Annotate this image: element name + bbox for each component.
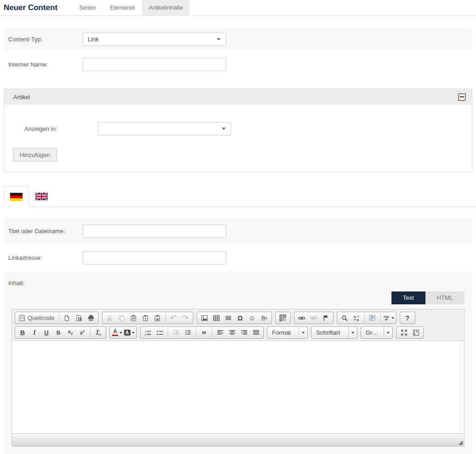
paste-button[interactable] (128, 313, 140, 323)
align-center-button[interactable] (226, 327, 238, 338)
unlink-button[interactable] (308, 313, 320, 323)
toolbar-separator (196, 328, 196, 337)
question-mark-icon: ? (405, 314, 409, 321)
cut-button[interactable] (104, 313, 116, 323)
indent-button[interactable] (182, 327, 194, 338)
anchor-button[interactable] (320, 313, 332, 323)
unordered-list-button[interactable] (154, 327, 166, 338)
italic-button[interactable]: I (28, 327, 40, 338)
maximize-icon (401, 330, 407, 336)
source-button-label: Quellcode (28, 314, 55, 321)
maximize-button[interactable] (398, 327, 410, 338)
collapse-minus-icon[interactable] (459, 94, 465, 101)
tab-elemente[interactable]: Elemente (103, 0, 142, 15)
content-editor-section: Inhalt: Text HTML QuellcodeTW↶↷Ω☺baABC?B… (4, 272, 472, 454)
preview-button[interactable] (73, 313, 85, 323)
spellcheck-button[interactable]: ABC (383, 313, 395, 323)
smiley-icon: ☺ (249, 314, 255, 321)
qr-code-icon (279, 314, 286, 321)
image-icon (201, 315, 208, 321)
underline-icon: U (44, 330, 48, 336)
toolbar-separator (165, 314, 166, 322)
align-left-icon (217, 330, 223, 335)
page-break-button[interactable] (258, 313, 270, 323)
content-type-value: Link (88, 36, 99, 43)
blockquote-button[interactable]: ” (198, 327, 210, 338)
remove-format-icon: Tx (96, 329, 101, 336)
tab-seiten[interactable]: Seiten (72, 0, 103, 15)
select-all-button[interactable] (367, 313, 379, 323)
strikethrough-button[interactable]: S (52, 327, 64, 338)
qr-code-button[interactable] (277, 313, 289, 323)
undo-button[interactable]: ↶ (168, 313, 180, 323)
link-button[interactable] (296, 313, 308, 323)
toolbar-group: baABC (337, 312, 397, 324)
paste-text-button[interactable]: T (140, 313, 152, 323)
format-dropdown[interactable]: Format (267, 326, 308, 339)
outdent-icon (173, 330, 179, 336)
page-header: Neuer Content Seiten Elemente Artikelinh… (0, 0, 476, 16)
size-dropdown[interactable]: Gr… (361, 326, 393, 339)
bg-color-button[interactable]: A (123, 327, 135, 338)
link-address-input[interactable] (83, 251, 226, 264)
replace-button[interactable]: ba (351, 313, 363, 323)
special-char-button[interactable]: Ω (234, 313, 246, 323)
mode-text-button[interactable]: Text (391, 291, 425, 304)
strikethrough-icon: S (57, 330, 61, 336)
resize-handle-icon[interactable] (459, 441, 463, 445)
copy-button[interactable] (116, 313, 128, 323)
content-type-row: Content-Typ: Link (4, 28, 472, 50)
font-dropdown[interactable]: Schriftart (311, 326, 357, 339)
image-button[interactable] (198, 313, 210, 323)
horizontal-rule-button[interactable] (222, 313, 234, 323)
subscript-button[interactable]: x2 (64, 327, 76, 338)
blockquote-icon: ” (202, 329, 206, 336)
show-in-select[interactable] (98, 122, 231, 135)
hinzufuegen-button[interactable]: Hinzufügen (13, 148, 57, 162)
show-blocks-button[interactable] (410, 327, 422, 338)
tab-artikelinhalte[interactable]: Artikelinhalte (142, 0, 190, 15)
paste-word-button[interactable]: W (152, 313, 164, 323)
paste-text-icon: T (142, 315, 148, 321)
align-left-button[interactable] (214, 327, 226, 338)
show-in-label: Anzeigen in: (4, 125, 98, 132)
new-page-button[interactable] (61, 313, 73, 323)
underline-button[interactable]: U (40, 327, 52, 338)
editor-scrollbar[interactable] (459, 341, 464, 433)
replace-icon: ba (353, 315, 360, 321)
find-button[interactable] (339, 313, 351, 323)
svg-text:a: a (357, 318, 359, 321)
language-tab-german[interactable] (4, 186, 29, 207)
redo-button[interactable]: ↷ (180, 313, 192, 323)
horizontal-rule-icon (225, 316, 232, 320)
language-tab-english[interactable] (29, 186, 54, 207)
internal-name-input[interactable] (83, 58, 226, 71)
source-button[interactable]: Quellcode (17, 313, 57, 323)
outdent-button[interactable] (170, 327, 182, 338)
mode-html-button[interactable]: HTML (425, 291, 465, 304)
paste-icon (130, 315, 136, 321)
print-button[interactable] (85, 313, 97, 323)
align-right-button[interactable] (238, 327, 250, 338)
title-row: Titel oder Dateiname: (4, 218, 472, 244)
toolbar-group: TW↶↷ (102, 312, 193, 324)
toolbar-group (396, 326, 424, 339)
ordered-list-button[interactable]: 12 (142, 327, 154, 338)
smiley-button[interactable]: ☺ (246, 313, 258, 323)
chevron-down-icon (348, 327, 357, 338)
content-type-select[interactable]: Link (83, 33, 226, 46)
link-icon (298, 316, 305, 320)
undo-icon: ↶ (170, 314, 176, 322)
about-button[interactable]: ? (402, 313, 414, 323)
chevron-down-icon (217, 38, 221, 42)
table-button[interactable] (210, 313, 222, 323)
bold-button[interactable]: B (17, 327, 28, 338)
editor-content-area[interactable] (12, 341, 464, 433)
remove-format-button[interactable]: Tx (92, 327, 104, 338)
link-row: Linkadresse: (4, 244, 472, 272)
align-justify-button[interactable] (250, 327, 262, 338)
superscript-button[interactable]: x2 (76, 327, 88, 338)
artikel-panel-header: Artikel (4, 89, 472, 105)
text-color-button[interactable]: A (111, 327, 123, 338)
title-input[interactable] (83, 224, 226, 238)
